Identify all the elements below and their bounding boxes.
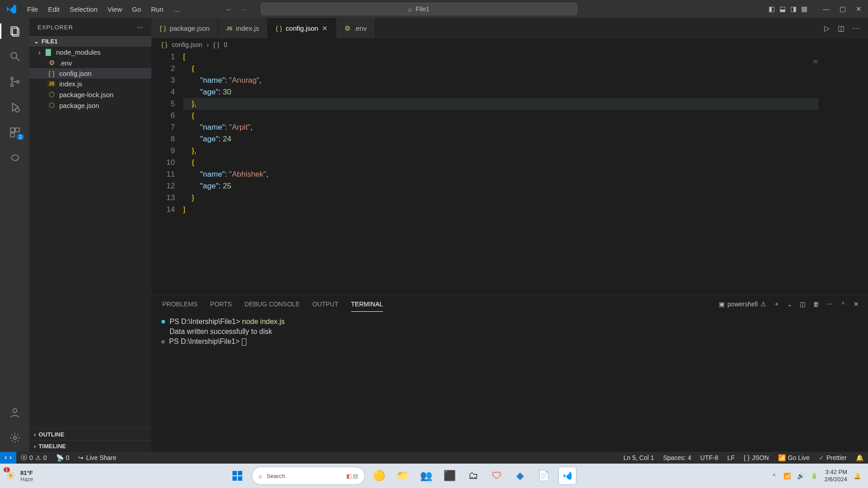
status-ports[interactable]: 📡0	[52, 454, 74, 461]
status-golive[interactable]: 📶 Go Live	[774, 454, 814, 461]
menu-edit[interactable]: Edit	[43, 3, 64, 16]
nav-forward-icon[interactable]: →	[241, 5, 247, 13]
outline-section[interactable]: OUTLINE	[29, 428, 151, 440]
braces-icon: { }	[213, 41, 219, 48]
activity-settings[interactable]	[0, 430, 29, 446]
menu-go[interactable]: Go	[127, 3, 146, 16]
weather-icon: ☀ 1	[5, 469, 16, 483]
status-prettier[interactable]: ✓ Prettier	[814, 454, 851, 461]
split-editor-icon[interactable]: ◫	[838, 24, 844, 33]
menu-selection[interactable]: Selection	[65, 3, 102, 16]
close-icon[interactable]: ✕	[322, 24, 328, 33]
maximize-panel-icon[interactable]: ＾	[840, 300, 846, 308]
taskbar-app-teams[interactable]: 👥	[417, 467, 435, 485]
layout-panel-bottom-icon[interactable]: ⬓	[779, 5, 786, 13]
window-minimize-icon[interactable]: ―	[823, 5, 830, 13]
svg-point-4	[10, 77, 13, 80]
status-language[interactable]: { } JSON	[739, 454, 774, 461]
menu-file[interactable]: File	[23, 3, 42, 16]
command-center-search[interactable]: ⌕ File1	[261, 3, 577, 15]
layout-panel-right-icon[interactable]: ◨	[790, 5, 797, 13]
activity-extensions[interactable]: 2	[0, 125, 29, 140]
terminal-command: node index.js	[242, 318, 285, 325]
terminal-dropdown-icon[interactable]: ⌄	[787, 300, 793, 308]
status-bell[interactable]: 🔔	[851, 454, 868, 461]
tab-package-json[interactable]: { } package.json	[151, 18, 218, 38]
taskbar-app-brave[interactable]: 🛡	[488, 467, 506, 485]
nav-back-icon[interactable]: ←	[226, 5, 232, 13]
panel-tab-debug[interactable]: DEBUG CONSOLE	[245, 297, 300, 311]
panel-tab-ports[interactable]: PORTS	[210, 297, 232, 311]
taskbar-app-files[interactable]: 🗂	[464, 467, 482, 485]
tree-package-lock[interactable]: ⬡ package-lock.json	[29, 89, 151, 100]
panel-tab-problems[interactable]: PROBLEMS	[162, 297, 198, 311]
tree-index-js[interactable]: JS index.js	[29, 79, 151, 89]
layout-panel-left-icon[interactable]: ◧	[769, 5, 775, 13]
tray-overflow-icon[interactable]: ＾	[771, 472, 777, 480]
kill-terminal-icon[interactable]: 🗑	[813, 300, 819, 308]
taskbar-app-generic1[interactable]: ◆	[511, 467, 529, 485]
status-liveshare[interactable]: ↪Live Share	[74, 454, 121, 461]
volume-icon[interactable]: 🔊	[797, 473, 804, 479]
taskbar-app-explorer[interactable]: 📁	[394, 467, 412, 485]
start-button[interactable]	[228, 467, 246, 485]
svg-rect-11	[10, 133, 14, 137]
status-eol[interactable]: LF	[723, 454, 739, 461]
activity-run-debug[interactable]	[0, 99, 29, 115]
tree-config-json[interactable]: { } config.json	[29, 68, 151, 79]
run-icon[interactable]: ▷	[824, 24, 830, 33]
layout-customize-icon[interactable]: ▦	[801, 5, 807, 13]
status-problems[interactable]: ⓧ0 ⚠0	[16, 454, 52, 462]
tree-label: package.json	[59, 102, 99, 109]
status-encoding[interactable]: UTF-8	[696, 454, 723, 461]
tree-package-json[interactable]: ⬡ package.json	[29, 100, 151, 111]
split-terminal-icon[interactable]: ◫	[800, 300, 806, 308]
svg-rect-16	[232, 476, 237, 481]
new-terminal-icon[interactable]: ＋	[774, 300, 780, 308]
panel-tab-output[interactable]: OUTPUT	[312, 297, 339, 311]
remote-indicator[interactable]	[0, 452, 16, 464]
activity-search[interactable]	[0, 49, 29, 64]
menu-run[interactable]: Run	[146, 3, 168, 16]
tab-config-json[interactable]: { } config.json ✕	[268, 18, 336, 38]
explorer-root[interactable]: FILE1	[29, 36, 151, 47]
status-indent[interactable]: Spaces: 4	[659, 454, 696, 461]
window-restore-icon[interactable]: ▢	[840, 5, 846, 13]
tab-more-icon[interactable]: ⋯	[853, 24, 860, 33]
taskbar-search[interactable]: ⌕ Search ◧▤	[252, 467, 365, 485]
taskbar-clock[interactable]: 3:42 PM 2/6/2024	[824, 469, 847, 483]
code-editor[interactable]: 1234567891011121314 ≋ [ { "name": "Anura…	[151, 51, 868, 295]
menu-more[interactable]: …	[169, 3, 185, 16]
activity-source-control[interactable]	[0, 74, 29, 89]
notifications-icon[interactable]: 🔔	[854, 473, 861, 479]
panel-tab-terminal[interactable]: TERMINAL	[351, 297, 383, 312]
status-warning-count: 0	[43, 454, 47, 461]
activity-liveshare[interactable]	[0, 150, 29, 165]
weather-desc: Haze	[20, 476, 33, 483]
code-line: ]	[183, 204, 868, 216]
terminal-shell-selector[interactable]: ▣ powershell ⚠	[719, 300, 766, 308]
taskbar-app-terminal[interactable]: ⬛	[441, 467, 459, 485]
terminal-output[interactable]: PS D:\Intership\File1> node index.js Dat…	[151, 313, 868, 452]
sidebar-more-icon[interactable]: ⋯	[137, 24, 143, 31]
close-panel-icon[interactable]: ✕	[854, 300, 859, 308]
menu-view[interactable]: View	[103, 3, 127, 16]
timeline-section[interactable]: TIMELINE	[29, 440, 151, 452]
taskbar-app-notepad[interactable]: 📄	[535, 467, 553, 485]
tab-env[interactable]: ⚙ .env	[336, 18, 375, 38]
status-cursor-pos[interactable]: Ln 5, Col 1	[619, 454, 659, 461]
activity-explorer[interactable]	[0, 23, 29, 39]
tree-env[interactable]: ⚙ .env	[29, 57, 151, 68]
tab-index-js[interactable]: JS index.js	[218, 18, 268, 38]
battery-icon[interactable]: 🔋	[811, 473, 818, 479]
activity-account[interactable]	[0, 405, 29, 420]
taskbar-app-copilot[interactable]: 🟡	[370, 467, 388, 485]
panel-more-icon[interactable]: ⋯	[826, 300, 833, 308]
taskbar-weather[interactable]: ☀ 1 81°F Haze	[0, 469, 33, 483]
taskbar-app-vscode[interactable]	[558, 467, 576, 485]
breadcrumb[interactable]: { } config.json { } 0	[151, 38, 868, 51]
code-line: [	[183, 51, 868, 63]
window-close-icon[interactable]: ✕	[856, 5, 862, 13]
tree-node-modules[interactable]: ▇ node_modules	[29, 47, 151, 57]
wifi-icon[interactable]: 📶	[783, 473, 791, 479]
